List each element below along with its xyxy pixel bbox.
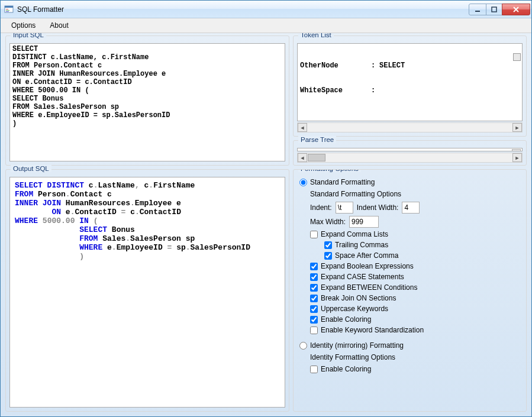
check-keyword-standardization[interactable]: Enable Keyword Standardization [310,325,523,335]
maximize-button[interactable] [486,4,502,15]
titlebar[interactable]: SQL Formatter [1,1,531,18]
indent-label: Indent: [310,203,332,212]
menu-about[interactable]: About [44,20,74,31]
check-break-join[interactable]: Break Join ON Sections [310,293,523,303]
max-width-input[interactable] [349,216,379,228]
parse-tree-group: Parse Tree <SqlRoot><SqlStatement><Claus… [293,140,527,166]
parse-tree-label: Parse Tree [298,136,336,143]
radio-identity-label: Identity (mirroring) Formatting [310,341,404,350]
output-sql-group: Output SQL SELECT DISTINCT c.LastName, c… [5,169,289,412]
standard-checks: Expand Comma Lists Trailing Commas Space… [297,229,523,335]
parse-tree-box[interactable]: <SqlRoot><SqlStatement><Clause><OtherKey… [297,148,523,151]
formatting-options-group: Formatting Options Standard Formatting S… [293,169,527,412]
output-line: ) [15,252,280,261]
token-list-box[interactable]: OtherNode:SELECT WhiteSpace: [297,43,523,121]
check-uppercase-keywords[interactable]: Uppercase Keywords [310,303,523,314]
content-area: Input SQL Token List OtherNode:SELECT Wh… [1,33,531,416]
standard-subgroup-label: Standard Formatting Options [297,188,523,201]
check-expand-case[interactable]: Expand CASE Statements [310,271,523,282]
check-space-after-comma[interactable]: Space After Comma [324,250,523,261]
check-enable-coloring[interactable]: Enable Coloring [310,314,523,325]
input-sql-label: Input SQL [11,33,46,38]
app-window: SQL Formatter Options About Input SQL To… [0,0,532,417]
identity-checks: Enable Coloring [297,364,523,374]
svg-rect-3 [6,10,9,11]
output-line: SELECT DISTINCT c.LastName, c.FirstName [15,181,280,190]
output-sql-box[interactable]: SELECT DISTINCT c.LastName, c.FirstNameF… [9,177,285,408]
indent-width-input[interactable] [402,202,420,214]
app-icon [4,5,14,14]
window-title: SQL Formatter [17,5,469,14]
svg-rect-2 [6,9,8,9]
check-expand-boolean[interactable]: Expand Boolean Expressions [310,261,523,271]
token-row: OtherNode:SELECT [300,62,520,70]
indent-row: Indent: Indent Width: [297,201,523,215]
radio-identity-input[interactable] [299,342,307,350]
right-top-panels: Token List OtherNode:SELECT WhiteSpace: … [293,35,527,166]
output-line: FROM Person.Contact c [15,190,280,199]
identity-subgroup-label: Identity Formatting Options [297,351,523,364]
svg-rect-5 [475,11,480,12]
check-identity-coloring[interactable]: Enable Coloring [310,364,523,374]
output-sql-label: Output SQL [11,165,51,172]
output-line: WHERE e.EmployeeID = sp.SalesPersonID [15,243,280,252]
radio-standard-formatting[interactable]: Standard Formatting [297,177,523,188]
token-sep: : [371,62,379,70]
token-row: WhiteSpace: [300,86,520,95]
token-key: OtherNode [300,62,371,70]
menubar: Options About [1,18,531,33]
max-width-row: Max Width: [297,215,523,229]
svg-rect-6 [492,7,496,12]
parse-hscroll[interactable]: ◄► [297,153,523,163]
formatting-options-scroll[interactable]: Standard Formatting Standard Formatting … [297,177,525,408]
input-sql-group: Input SQL [5,35,289,166]
menu-options[interactable]: Options [5,20,41,31]
token-scroll-thumb[interactable] [513,53,521,61]
close-button[interactable] [502,4,530,15]
check-expand-comma[interactable]: Expand Comma Lists [310,229,523,240]
minimize-button[interactable] [469,4,486,15]
token-key: WhiteSpace [300,86,371,95]
token-list-label: Token List [298,33,334,38]
output-line: SELECT Bonus [15,225,280,234]
window-controls [469,4,530,15]
output-line: INNER JOIN HumanResources.Employee e [15,199,280,208]
check-expand-between[interactable]: Expand BETWEEN Conditions [310,282,523,293]
token-list-group: Token List OtherNode:SELECT WhiteSpace: … [293,35,527,137]
token-sep: : [371,86,379,95]
indent-input[interactable] [336,202,353,214]
output-line: FROM Sales.SalesPerson sp [15,234,280,243]
token-val: SELECT [379,62,405,70]
indent-width-label: Indent Width: [357,203,399,212]
formatting-options-label: Formatting Options [298,169,361,172]
max-width-label: Max Width: [310,218,346,226]
token-hscroll[interactable]: ◄► [297,122,523,132]
svg-rect-4 [6,11,9,12]
svg-rect-1 [5,6,13,8]
radio-standard-label: Standard Formatting [310,178,375,186]
input-sql-textarea[interactable] [9,43,285,161]
radio-standard-input[interactable] [299,179,307,186]
output-line: WHERE 5000.00 IN ( [15,216,280,225]
output-line: ON e.ContactID = c.ContactID [15,208,280,216]
radio-identity-formatting[interactable]: Identity (mirroring) Formatting [297,340,523,351]
check-trailing-commas[interactable]: Trailing Commas [324,240,523,250]
